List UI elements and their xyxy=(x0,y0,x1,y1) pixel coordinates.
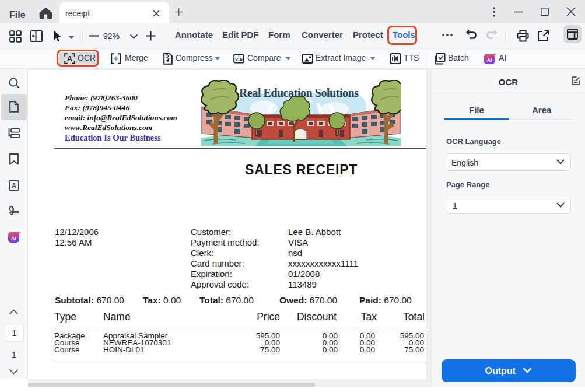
svg-text:A: A xyxy=(12,182,16,189)
svg-text:AI: AI xyxy=(11,235,17,242)
svg-text:A: A xyxy=(67,54,73,63)
svg-text:AI: AI xyxy=(487,57,492,63)
svg-text:v: v xyxy=(235,56,238,62)
svg-text:Real Education Solutions: Real Education Solutions xyxy=(239,86,359,99)
svg-text:s: s xyxy=(240,56,243,62)
